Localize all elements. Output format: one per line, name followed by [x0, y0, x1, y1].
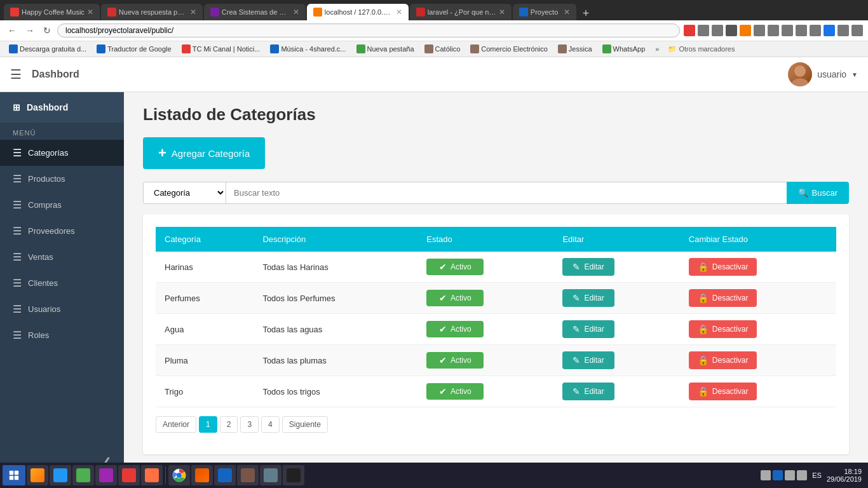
bookmark-descarga[interactable]: Descarga gratuita d... [5, 43, 90, 55]
more-icon[interactable] [851, 25, 863, 36]
back-button[interactable]: ← [5, 24, 19, 37]
taskbar-app-5[interactable] [118, 465, 140, 475]
username[interactable]: usuario [817, 69, 846, 79]
taskbar-app-2[interactable] [50, 465, 71, 475]
edit-button[interactable]: ✎ Editar [562, 351, 614, 369]
bookmarks-bar: Descarga gratuita d... Traductor de Goog… [0, 41, 868, 57]
deactivate-button[interactable]: 🔒 Desactivar [689, 289, 757, 307]
tab-5[interactable]: laravel - ¿Por que no se... ✕ [410, 4, 512, 20]
cell-estado: ✔ Activo [417, 314, 553, 345]
taskbar-app-9[interactable] [237, 465, 259, 475]
tab-close[interactable]: ✕ [190, 8, 196, 17]
deactivate-button[interactable]: 🔒 Desactivar [689, 351, 757, 369]
taskbar-app-6[interactable] [141, 465, 163, 475]
bookmark-comercio[interactable]: Comercio Electrónico [466, 43, 552, 55]
pagination-page-4[interactable]: 4 [261, 416, 280, 433]
taskbar-firefox[interactable] [191, 465, 213, 475]
bookmark-tc[interactable]: TC Mi Canal | Notici... [178, 43, 264, 55]
deactivate-label: Desactivar [712, 325, 749, 334]
tab-close[interactable]: ✕ [499, 8, 505, 17]
chrome-sync-icon [824, 25, 835, 36]
tab-favicon [313, 8, 322, 17]
taskbar-app-4[interactable] [95, 465, 117, 475]
edit-button[interactable]: ✎ Editar [562, 320, 614, 338]
address-input[interactable] [57, 24, 680, 37]
deactivate-button[interactable]: 🔒 Desactivar [689, 320, 757, 338]
sidebar-label-usuarios: Usuarios [28, 304, 60, 314]
pagination-page-1[interactable]: 1 [199, 416, 217, 433]
epic-icon [287, 468, 301, 475]
tab-1[interactable]: Happy Coffee Music ✕ [4, 4, 100, 20]
new-tab-button[interactable]: + [578, 7, 595, 20]
tab-4[interactable]: localhost / 127.0.0.1 / pr... ✕ [307, 4, 409, 20]
sidebar-item-roles[interactable]: ☰ Roles [0, 322, 124, 348]
deactivate-button[interactable]: 🔒 Desactivar [689, 383, 757, 400]
tab-3[interactable]: Crea Sistemas de Comp... ✕ [204, 4, 306, 20]
sidebar-item-dashboard[interactable]: ⊞ Dashbord [0, 92, 124, 123]
user-dropdown-icon[interactable]: ▼ [851, 71, 858, 78]
cell-cambiar: 🔒 Desactivar [680, 376, 836, 407]
deactivate-button[interactable]: 🔒 Desactivar [689, 258, 757, 276]
pagination-page-2[interactable]: 2 [220, 416, 238, 433]
pagination-prev[interactable]: Anterior [156, 416, 196, 433]
taskbar-explorer[interactable] [27, 465, 48, 475]
forward-button[interactable]: → [23, 24, 37, 37]
tool-icon-2 [698, 25, 709, 36]
sidebar-label-compras: Compras [28, 200, 62, 210]
search-button[interactable]: 🔍 Buscar [787, 182, 849, 204]
app-icon-10 [264, 468, 278, 475]
taskbar-app-3[interactable] [72, 465, 94, 475]
taskbar-chrome[interactable] [168, 465, 190, 475]
bookmark-nueva[interactable]: Nueva pestaña [353, 43, 418, 55]
sidebar-item-ventas[interactable]: ☰ Ventas [0, 244, 124, 270]
table-row: Pluma Todas las plumas ✔ Activo ✎ Editar… [156, 345, 836, 376]
taskbar: ES 18:19 29/06/2019 [0, 463, 868, 475]
tool-icon-4 [726, 25, 737, 36]
add-category-button[interactable]: + Agregar Categoría [143, 137, 265, 169]
bookmark-favicon [558, 44, 567, 53]
start-button[interactable] [3, 465, 25, 475]
tab-close[interactable]: ✕ [293, 8, 299, 17]
bookmark-whatsapp[interactable]: WhatsApp [599, 43, 649, 55]
bookmark-translate[interactable]: Traductor de Google [93, 43, 175, 55]
sidebar-item-usuarios[interactable]: ☰ Usuarios [0, 296, 124, 322]
tab-close[interactable]: ✕ [564, 8, 570, 17]
sidebar-item-compras[interactable]: ☰ Compras [0, 192, 124, 218]
hamburger-menu[interactable]: ☰ [10, 67, 22, 82]
search-input[interactable] [226, 182, 787, 204]
taskbar-epic[interactable] [283, 465, 304, 475]
pagination-page-3[interactable]: 3 [240, 416, 259, 433]
bookmark-jessica[interactable]: Jessica [554, 43, 596, 55]
edit-button[interactable]: ✎ Editar [562, 383, 614, 400]
cell-editar: ✎ Editar [553, 252, 679, 283]
pagination-next[interactable]: Siguiente [282, 416, 328, 433]
app-icon-9 [241, 468, 255, 475]
firefox-icon [195, 468, 209, 475]
sidebar-item-productos[interactable]: ☰ Productos [0, 166, 124, 192]
sidebar-item-clientes[interactable]: ☰ Clientes [0, 270, 124, 296]
cell-descripcion: Todos los trigos [254, 376, 417, 407]
edit-button[interactable]: ✎ Editar [562, 289, 614, 307]
edit-icon: ✎ [573, 386, 580, 396]
categories-table: Categoría Descripción Estado Editar Camb… [156, 227, 836, 407]
reload-button[interactable]: ↻ [41, 24, 53, 37]
bookmark-catolico[interactable]: Católico [421, 43, 465, 55]
tab-close[interactable]: ✕ [87, 8, 93, 17]
tab-close[interactable]: ✕ [396, 8, 402, 17]
sidebar-item-proveedores[interactable]: ☰ Proveedores [0, 218, 124, 244]
search-select[interactable]: Categoría Descripción [143, 182, 226, 204]
search-icon: 🔍 [798, 188, 808, 198]
taskbar-security[interactable] [214, 465, 236, 475]
bookmarks-folder[interactable]: 📁 Otros marcadores [668, 45, 735, 53]
tab-2[interactable]: Nueva respuesta para V... ✕ [101, 4, 203, 20]
sidebar-item-categorias[interactable]: ☰ Categorías [0, 140, 124, 166]
tab-6[interactable]: Proyecto ✕ [513, 4, 576, 20]
plus-icon: + [158, 145, 166, 161]
bookmark-4shared[interactable]: Música - 4shared.c... [266, 43, 349, 55]
bookmarks-more[interactable]: » [651, 44, 663, 54]
taskbar-clock: 18:19 29/06/2019 [827, 468, 862, 475]
deactivate-label: Desactivar [712, 262, 749, 271]
edit-button[interactable]: ✎ Editar [562, 258, 614, 276]
sidebar-label-categorias: Categorías [28, 148, 69, 158]
taskbar-app-10[interactable] [260, 465, 281, 475]
